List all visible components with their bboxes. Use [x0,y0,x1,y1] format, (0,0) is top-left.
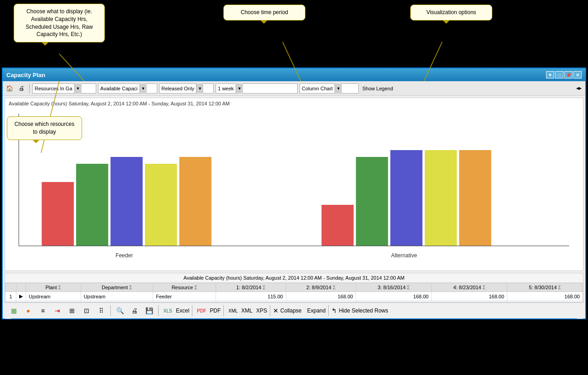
dots-icon-button[interactable]: ⠿ [95,305,108,316]
capacity-type-dropdown[interactable]: Available Capaci ▼ [98,83,157,94]
feeder-label: Feeder [116,252,133,259]
print-icon-button[interactable]: 🖨 [128,305,141,316]
grid2-icon-button[interactable]: ⊡ [80,305,93,316]
released-only-dropdown[interactable]: Released Only ▼ [159,83,214,94]
tooltip-time-period: Choose time period [223,5,305,21]
col-plant[interactable]: Plant Σ [26,283,81,292]
print-icon-button[interactable]: 🖨 [16,83,26,94]
col-expand [16,283,26,292]
collapse-label[interactable]: Collapse [280,307,302,314]
grid2-icon: ⊡ [82,306,91,315]
toolbar: 🏠 🖨 Resources In Ga ▼ Available Capaci ▼… [3,81,585,96]
capacity-type-dropdown-arrow: ▼ [139,83,147,94]
save-icon: 💾 [144,306,154,315]
title-bar-controls: ▼ □ 📌 ✕ [546,71,582,78]
grid-icon-button[interactable]: ▦ [7,305,20,316]
window-title: Capacity Plan [6,72,45,78]
bar-alt-yellow [425,150,457,246]
xml-icon: XML [228,306,237,315]
cell-resource: Feeder [153,292,216,301]
toolbar-separator-1 [29,84,30,93]
col-resource[interactable]: Resource Σ [153,283,216,292]
collapse-icon: ✕ [273,307,279,314]
dots-icon: ⠿ [97,306,106,315]
bar-feeder-blue [110,157,142,246]
time-period-dropdown[interactable]: 1 week ▼ [216,83,298,94]
tooltip-visualization: Visualization options [410,5,492,21]
resources-dropdown[interactable]: Resources In Ga ▼ [32,83,96,94]
chart-type-dropdown[interactable]: Column Chart ▼ [299,83,359,94]
bar-feeder-green [76,164,108,246]
save-icon-button[interactable]: 💾 [143,305,155,316]
lines-icon: ≡ [38,306,47,315]
print-icon: 🖨 [130,306,139,315]
pdf-icon-button[interactable]: PDF [195,305,208,316]
close-button[interactable]: ✕ [573,71,582,78]
bar-feeder-red [42,182,74,246]
expand-label[interactable]: Expand [307,307,326,314]
cell-plant: Upstream [26,292,81,301]
chart-type-dropdown-arrow: ▼ [335,83,342,94]
xml-icon-button[interactable]: XML [227,305,239,316]
col-date1[interactable]: 1: 8/2/2014 Σ [216,283,286,292]
pin-button[interactable]: 📌 [564,71,573,78]
bar-alt-orange [459,150,491,246]
chart-title: Available Capacity (hours) Saturday, Aug… [5,98,583,109]
pdf-label[interactable]: PDF [210,307,221,314]
cell-c5: 168.00 [507,292,583,301]
bar-feeder-orange [179,157,211,246]
bar-alt-red [321,205,353,246]
home-icon-button[interactable]: 🏠 [5,83,15,94]
excel-icon-button[interactable]: XLS [161,305,174,316]
bottom-toolbar: ▦ ● ≡ ⇥ ⊞ ⊡ ⠿ 🔍 🖨 💾 XLS [5,302,583,318]
bottom-sep-6 [328,305,329,316]
col-num [5,283,16,292]
restore-button[interactable]: □ [555,71,563,78]
released-only-dropdown-arrow: ▼ [196,83,203,94]
show-legend-label[interactable]: Show Legend [361,86,395,91]
hide-rows-icon: ↰ [331,307,337,314]
bar-alt-green [356,157,388,246]
xml-label[interactable]: XML [241,307,253,314]
search-icon: 🔍 [115,306,124,315]
bottom-sep-5 [270,305,270,316]
col-date5[interactable]: 5: 8/30/2014 Σ [507,283,583,292]
bar-alt-blue [390,150,422,246]
col-department[interactable]: Department Σ [81,283,153,292]
row-expand[interactable]: ▶ [16,292,26,301]
time-period-dropdown-arrow: ▼ [236,83,243,94]
chart-area: Available Capacity (hours) Saturday, Aug… [5,98,583,271]
chart-svg: Feeder Alternative [5,109,583,264]
table-icon-button[interactable]: ⊞ [66,305,78,316]
lines-icon-button[interactable]: ≡ [36,305,49,316]
scroll-arrows[interactable]: ◀▶ [576,86,583,90]
arrow-icon-button[interactable]: ⇥ [51,305,64,316]
tooltip-what-to-display: Choose what to display (ie. Available Ca… [14,4,105,42]
table-header-title: Available Capacity (hours) Saturday, Aug… [5,273,583,283]
hide-rows-label[interactable]: Hide Selected Rows [339,307,388,314]
circle-icon: ● [24,306,33,315]
table-header-row: Plant Σ Department Σ Resource Σ 1: 8/2/2… [5,283,583,292]
bottom-sep-2 [158,305,159,316]
grid-icon: ▦ [9,306,18,315]
search-icon-button[interactable]: 🔍 [113,305,126,316]
arrow-icon: ⇥ [53,306,62,315]
alternative-label: Alternative [391,252,417,259]
main-window: Capacity Plan ▼ □ 📌 ✕ 🏠 🖨 Resources In G… [2,68,586,319]
resources-dropdown-arrow: ▼ [74,83,82,94]
col-date3[interactable]: 3: 8/16/2014 Σ [356,283,432,292]
cell-c3: 168.00 [356,292,432,301]
col-date4[interactable]: 4: 8/23/2014 Σ [432,283,507,292]
table-row[interactable]: 1 ▶ Upstream Upstream Feeder 115.00 168.… [5,292,583,301]
circle-icon-button[interactable]: ● [22,305,35,316]
bottom-sep-1 [110,305,111,316]
xps-label[interactable]: XPS [256,307,267,314]
cell-c1: 115.00 [216,292,286,301]
table-icon: ⊞ [67,306,77,315]
row-num: 1 [5,292,16,301]
cell-department: Upstream [81,292,153,301]
minimize-button[interactable]: ▼ [546,71,554,78]
col-date2[interactable]: 2: 8/9/2014 Σ [286,283,356,292]
excel-label[interactable]: Excel [176,307,189,314]
excel-icon: XLS [163,306,172,315]
